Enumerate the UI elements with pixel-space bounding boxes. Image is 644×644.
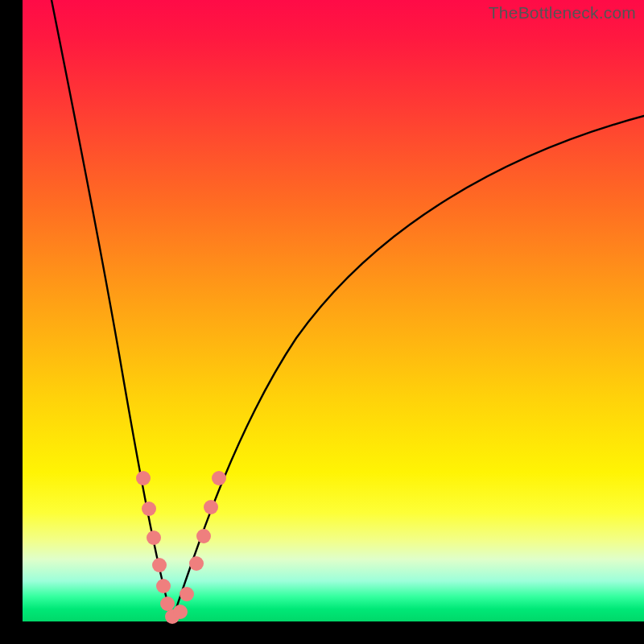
marker-dot bbox=[204, 500, 218, 514]
marker-dot bbox=[136, 471, 151, 485]
marker-dot bbox=[147, 530, 161, 545]
marker-dot bbox=[196, 529, 211, 543]
marker-group bbox=[136, 471, 226, 624]
marker-dot bbox=[189, 556, 204, 571]
curve-layer bbox=[23, 0, 644, 621]
marker-dot bbox=[173, 605, 188, 619]
marker-dot bbox=[180, 587, 194, 601]
marker-dot bbox=[152, 558, 167, 572]
marker-dot bbox=[156, 579, 171, 593]
left-curve bbox=[52, 0, 172, 620]
plot-area bbox=[23, 0, 644, 621]
marker-dot bbox=[212, 471, 226, 485]
chart-stage: TheBottleneck.com bbox=[0, 0, 644, 644]
attribution-text: TheBottleneck.com bbox=[489, 3, 636, 23]
marker-dot bbox=[142, 502, 156, 516]
marker-dot bbox=[160, 597, 175, 611]
right-curve bbox=[172, 116, 644, 620]
